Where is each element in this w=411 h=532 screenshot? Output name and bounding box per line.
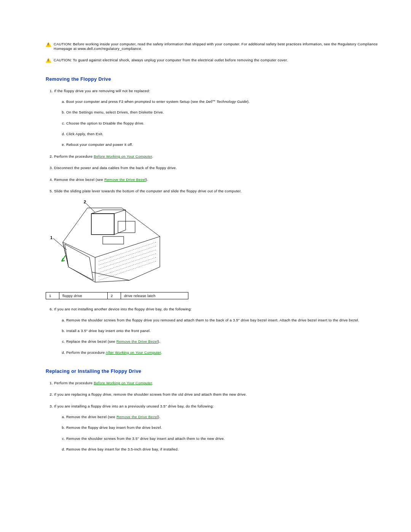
text: Boot your computer and press F2 when pro… [66,99,206,104]
removing-steps-cont: If you are not installing another device… [46,307,382,355]
step-6d: Perform the procedure After Working on Y… [66,350,382,355]
r-step-3a: Remove the drive bezel (see Remove the D… [66,415,382,419]
r-step-3b: Remove the floppy drive bay insert from … [66,425,382,430]
caution-2-text: CAUTION: To guard against electrical sho… [54,58,382,62]
trademark: ™ [212,100,215,102]
step-6-sub: Remove the shoulder screws from the flop… [54,318,382,355]
caution-prefix: CAUTION: [54,42,72,46]
link-remove-bezel[interactable]: Remove the Drive Bezel [116,339,158,343]
computer-chassis-illustration: 1 2 [46,200,167,286]
step-1-sub: Boot your computer and press F2 when pro… [54,99,382,147]
link-remove-bezel[interactable]: Remove the Drive Bezel [104,177,146,182]
italic-text: Dell [206,99,213,104]
caution-prefix: CAUTION: [54,58,72,62]
caution-2: CAUTION: To guard against electrical sho… [46,58,382,63]
step-6c: Replace the drive bezel (see Remove the … [66,339,382,344]
r-step-3-sub: Remove the drive bezel (see Remove the D… [54,415,382,452]
text: ). [146,177,148,182]
text: Perform the procedure [66,350,106,355]
callout-2: 2 [84,200,86,204]
step-1a: Boot your computer and press F2 when pro… [66,99,382,104]
document-page: CAUTION: Before working inside your comp… [0,0,411,481]
step-5: Slide the sliding plate lever towards th… [54,189,382,193]
cell-1-label: floppy drive [59,292,108,299]
caution-body: To guard against electrical shock, alway… [72,58,288,62]
step-1b: On the Settings menu, select Drives, the… [66,110,382,115]
text: Perform the procedure [54,154,94,158]
warning-triangle-icon [46,42,51,47]
step-4: Remove the drive bezel (see Remove the D… [54,177,382,182]
text: ). [158,339,160,343]
floppy-drive-figure: 1 2 [46,200,382,286]
warning-triangle-icon [46,58,51,63]
removing-steps: If the floppy drive you are removing wil… [46,89,382,193]
cell-2-num: 2 [108,292,121,299]
step-1-text: If the floppy drive you are removing wil… [54,89,150,93]
link-before-working[interactable]: Before Working on Your Computer [94,381,152,385]
text: Remove the drive bezel (see [66,415,116,419]
text: Replace the drive bezel (see [66,339,116,343]
step-6a: Remove the shoulder screws from the flop… [66,318,382,323]
step-1e: Reboot your computer and power it off. [66,142,382,147]
svg-rect-3 [103,236,124,244]
replacing-steps: Perform the procedure Before Working on … [46,381,382,452]
section-removing-title: Removing the Floppy Drive [46,77,382,82]
svg-rect-0 [91,214,114,235]
text: ). [158,415,160,419]
parts-table: 1 floppy drive 2 drive release latch [46,292,188,299]
step-6b: Install a 3.5" drive bay insert onto the… [66,329,382,333]
r-step-3: If you are installing a floppy drive int… [54,404,382,452]
r-step-1: Perform the procedure Before Working on … [54,381,382,385]
text: Remove the drive bezel (see [54,177,104,182]
step-3: Disconnect the power and data cables fro… [54,166,382,170]
step-6-text: If you are not installing another device… [54,307,192,311]
r-step-3c: Remove the shoulder screws from the 3.5"… [66,436,382,441]
caution-body: Before working inside your computer, rea… [54,42,378,51]
svg-rect-2 [118,221,135,233]
italic-text: Technology Guide [215,99,247,104]
r-step-3d: Remove the drive bay insert for the 3.5-… [66,447,382,452]
link-after-working[interactable]: After Working on Your Computer [106,350,161,355]
cell-1-num: 1 [46,292,59,299]
step-6: If you are not installing another device… [54,307,382,355]
step-1d: Click Apply, then Exit. [66,132,382,136]
step-1: If the floppy drive you are removing wil… [54,89,382,147]
text: . [161,350,162,355]
text: . [152,154,153,158]
r-step-2: If you are replacing a floppy drive, rem… [54,392,382,397]
text: . [152,381,153,385]
caution-1-text: CAUTION: Before working inside your comp… [54,42,382,51]
caution-1: CAUTION: Before working inside your comp… [46,42,382,51]
link-before-working[interactable]: Before Working on Your Computer [94,154,152,158]
link-remove-bezel[interactable]: Remove the Drive Bezel [116,415,158,419]
r-step-3-text: If you are installing a floppy drive int… [54,404,214,408]
section-replacing-title: Replacing or Installing the Floppy Drive [46,369,382,374]
step-2: Perform the procedure Before Working on … [54,154,382,159]
cell-2-label: drive release latch [121,292,188,299]
step-1c: Choose the option to Disable the floppy … [66,121,382,126]
text: Perform the procedure [54,381,94,385]
text: ). [247,99,250,104]
callout-1: 1 [50,235,53,240]
